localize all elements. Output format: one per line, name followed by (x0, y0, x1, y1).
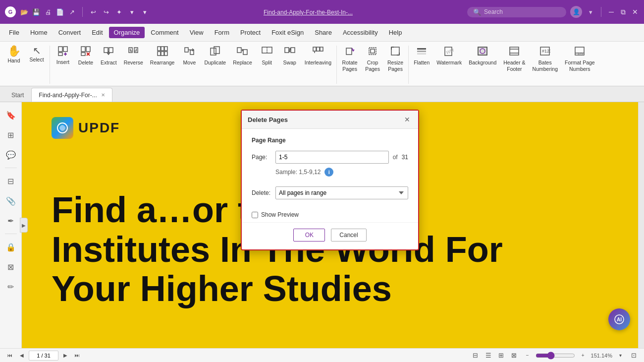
duplicate-button[interactable]: Duplicate (201, 44, 229, 86)
format-page-numbers-button[interactable]: 1/5 Format Page Numbers (562, 44, 598, 86)
fit-window-icon[interactable]: ⊡ (628, 350, 639, 361)
extract-button[interactable]: Extract (98, 44, 120, 86)
two-page-icon[interactable]: ⊞ (496, 350, 507, 361)
restore-button[interactable]: ⧉ (619, 8, 627, 16)
info-icon[interactable]: i (324, 168, 333, 177)
show-preview-checkbox[interactable] (252, 212, 258, 218)
new-icon[interactable]: 📄 (55, 7, 64, 16)
more-icon[interactable]: ▾ (140, 7, 149, 16)
sidebar-bookmark-icon[interactable]: 🔖 (2, 106, 20, 124)
sidebar-edit-icon[interactable]: ✏ (2, 278, 20, 296)
menu-accessibility[interactable]: Accessibility (338, 27, 383, 38)
menu-home[interactable]: Home (25, 27, 53, 38)
dialog-close-button[interactable]: ✕ (402, 115, 412, 124)
undo-icon[interactable]: ↩ (89, 7, 98, 16)
close-button[interactable]: ✕ (631, 8, 639, 16)
ok-button[interactable]: OK (293, 229, 325, 241)
page-input[interactable] (29, 351, 58, 361)
hand-icon: ✋ (7, 46, 21, 57)
sidebar-security-icon[interactable]: 🔒 (2, 238, 20, 256)
dropdown-icon[interactable]: ▾ (127, 7, 136, 16)
sidebar-attachment-icon[interactable]: 📎 (2, 192, 20, 210)
cancel-button[interactable]: Cancel (331, 229, 366, 241)
svg-rect-41 (391, 47, 399, 55)
pdf-area: UPDF Find a…or the Best Institutes In Th… (22, 102, 638, 348)
last-page-button[interactable]: ⏭ (72, 351, 82, 361)
tab-start[interactable]: Start (4, 88, 31, 102)
tab-document[interactable]: Find-and-Apply-For-... ✕ (31, 88, 112, 102)
dropdown-user-icon[interactable]: ▾ (586, 7, 595, 16)
menu-view[interactable]: View (185, 27, 209, 38)
sidebar-signature-icon[interactable]: ✒ (2, 212, 20, 230)
search-input[interactable] (484, 8, 553, 15)
crop-pages-button[interactable]: Crop Pages (362, 44, 383, 86)
first-page-button[interactable]: ⏮ (5, 351, 15, 361)
title-bar: G 📂 💾 🖨 📄 ↗ ↩ ↪ ✦ ▾ ▾ Find-and-Apply-For… (0, 0, 644, 24)
next-page-button[interactable]: ▶ (60, 351, 70, 361)
header-footer-button[interactable]: Header & Footer (500, 44, 528, 86)
insert-button[interactable]: Insert (52, 44, 74, 86)
zoom-slider[interactable] (536, 352, 575, 360)
divider-1 (82, 7, 83, 17)
menu-share[interactable]: Share (310, 27, 337, 38)
swap-button[interactable]: Swap (279, 44, 301, 86)
move-label: Move (183, 60, 196, 66)
menu-comment[interactable]: Comment (146, 27, 183, 38)
print-icon[interactable]: 🖨 (44, 7, 53, 16)
sidebar-thumbnail-icon[interactable]: ⊞ (2, 126, 20, 144)
background-button[interactable]: Background (466, 44, 499, 86)
delete-button[interactable]: Delete (75, 44, 97, 86)
split-button[interactable]: Split (256, 44, 278, 86)
interleaving-button[interactable]: Interleaving (302, 44, 334, 86)
stamp-icon[interactable]: ✦ (114, 7, 123, 16)
menu-file[interactable]: File (4, 27, 24, 38)
watermark-icon: WM (444, 46, 455, 59)
menu-convert[interactable]: Convert (54, 27, 86, 38)
menu-foxit-esign[interactable]: Foxit eSign (267, 27, 309, 38)
resize-pages-label: Resize Pages (387, 60, 403, 72)
resize-pages-button[interactable]: Resize Pages (384, 44, 406, 86)
svg-rect-31 (291, 48, 295, 53)
minimize-button[interactable]: ─ (607, 8, 615, 16)
menu-edit[interactable]: Edit (87, 27, 107, 38)
save-icon[interactable]: 💾 (32, 7, 41, 16)
rotate-pages-button[interactable]: Rotate Pages (339, 44, 361, 86)
replace-button[interactable]: Replace (230, 44, 255, 86)
bates-numbering-label: Bates Numbering (533, 60, 558, 72)
single-page-icon[interactable]: ⊟ (470, 350, 481, 361)
bates-numbering-button[interactable]: #123 Bates Numbering (530, 44, 561, 86)
sidebar-scan-icon[interactable]: ⊠ (2, 258, 20, 276)
redo-icon[interactable]: ↪ (102, 7, 110, 16)
select-button[interactable]: ↖ Select (26, 44, 48, 86)
svg-rect-26 (237, 48, 241, 53)
rearrange-button[interactable]: Rearrange (147, 44, 178, 86)
prev-page-button[interactable]: ◀ (17, 351, 27, 361)
menu-organize[interactable]: Organize (109, 27, 145, 38)
flatten-button[interactable]: Flatten (411, 44, 432, 86)
grid-view-icon[interactable]: ⊠ (509, 350, 520, 361)
watermark-button[interactable]: WM Watermark (433, 44, 465, 86)
duplicate-icon (210, 46, 220, 59)
menu-bar: File Home Convert Edit Organize Comment … (0, 24, 644, 42)
zoom-in-button[interactable]: + (578, 351, 588, 361)
search-bar[interactable]: 🔍 (467, 7, 566, 17)
move-button[interactable]: Move (178, 44, 200, 86)
continuous-page-icon[interactable]: ☰ (483, 350, 494, 361)
user-avatar[interactable]: 👤 (570, 6, 582, 18)
menu-protect[interactable]: Protect (235, 27, 266, 38)
sidebar-annotation-icon[interactable]: 💬 (2, 146, 20, 164)
open-icon[interactable]: 📂 (20, 7, 29, 16)
delete-select[interactable]: All pages in range Even pages only Odd p… (275, 186, 408, 199)
right-scrollbar[interactable] (638, 102, 644, 348)
tab-close-icon[interactable]: ✕ (101, 92, 105, 98)
page-range-input[interactable] (275, 151, 389, 164)
dropdown-zoom-icon[interactable]: ▾ (615, 351, 625, 361)
zoom-out-button[interactable]: − (523, 351, 533, 361)
reverse-button[interactable]: Reverse (121, 44, 146, 86)
menu-help[interactable]: Help (384, 27, 407, 38)
hand-button[interactable]: ✋ Hand (3, 44, 25, 86)
filename: Find-and-Apply-For-the-Best-In-... (264, 9, 353, 16)
sidebar-layers-icon[interactable]: ⊟ (2, 172, 20, 190)
menu-form[interactable]: Form (210, 27, 234, 38)
share-icon[interactable]: ↗ (67, 7, 76, 16)
